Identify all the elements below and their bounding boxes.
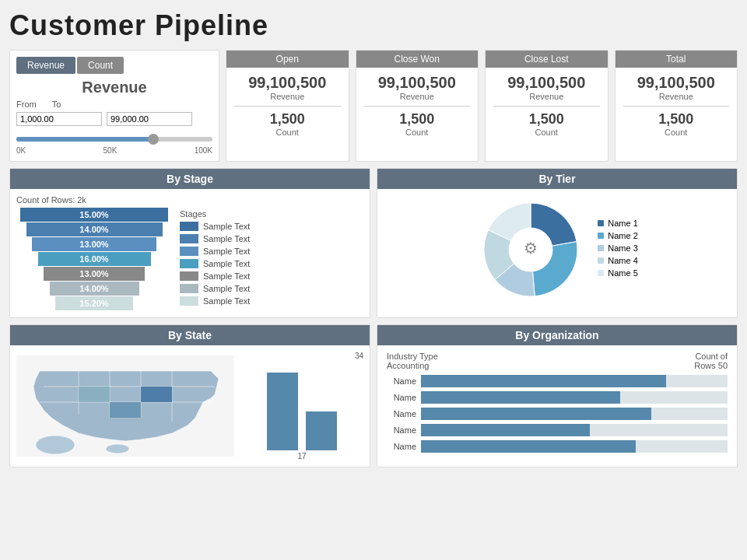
metric-count-label-3: Count: [623, 128, 730, 137]
industry-label: Industry Type: [387, 352, 438, 361]
by-tier-card: By Tier ⚙ Name 1 Name 2 Name 3 Name 4 Na…: [377, 168, 738, 318]
donut-legend-name-1: Name 2: [608, 231, 638, 240]
donut-segment-1: [533, 242, 578, 296]
metric-count-0: 1,500: [234, 111, 341, 128]
bar-top-value: 34: [355, 352, 363, 360]
filter-card: Revenue Count Revenue From To 0K 50K 100…: [9, 50, 219, 162]
legend-item-0: Sample Text: [180, 222, 363, 231]
tab-revenue[interactable]: Revenue: [16, 57, 75, 74]
metric-card-0: Open 99,100,500 Revenue 1,500 Count: [226, 50, 349, 162]
hbar-fill-1: [421, 391, 620, 404]
bot-row: By State: [9, 324, 738, 467]
org-subtitle: Industry Type Accounting Count of Rows 5…: [387, 352, 728, 370]
funnel-count-label: Count of Rows: 2k: [16, 195, 172, 205]
by-state-card: By State: [9, 324, 370, 467]
slider-mid: 50K: [103, 146, 117, 155]
donut-legend: Name 1 Name 2 Name 3 Name 4 Name 5: [598, 219, 638, 281]
donut-legend-item-2: Name 3: [598, 243, 638, 253]
hbar-bg-0: [421, 375, 728, 387]
metric-revenue-1: 99,100,500: [364, 74, 471, 92]
donut-section: ⚙ Name 1 Name 2 Name 3 Name 4 Name 5: [377, 189, 737, 310]
funnel-legend-items: Sample Text Sample Text Sample Text Samp…: [180, 222, 363, 306]
hbar-label-0: Name: [387, 376, 416, 386]
hbar-fill-0: [421, 375, 666, 387]
legend-text-2: Sample Text: [203, 247, 250, 256]
hbar-fill-2: [421, 408, 651, 420]
industry-value: Accounting: [387, 361, 429, 370]
from-input[interactable]: [16, 112, 102, 126]
legend-text-4: Sample Text: [203, 271, 250, 281]
legend-item-5: Sample Text: [180, 284, 363, 293]
org-count: Count of Rows 50: [694, 352, 728, 370]
legend-color-3: [180, 259, 198, 268]
tab-count[interactable]: Count: [77, 57, 124, 74]
metric-cards: Open 99,100,500 Revenue 1,500 Count Clos…: [226, 50, 738, 162]
map-section: 34 17: [10, 345, 370, 467]
range-slider[interactable]: [16, 131, 212, 145]
metric-rev-label-0: Revenue: [234, 92, 341, 101]
metric-revenue-0: 99,100,500: [234, 74, 341, 92]
from-label: From: [16, 100, 37, 109]
metric-header-1: Close Won: [356, 51, 479, 68]
legend-item-3: Sample Text: [180, 259, 363, 268]
metric-revenue-2: 99,100,500: [493, 74, 600, 92]
metric-rev-label-1: Revenue: [364, 92, 471, 101]
legend-item-1: Sample Text: [180, 234, 363, 243]
slider-labels: 0K 50K 100K: [16, 146, 212, 155]
to-input[interactable]: [107, 112, 192, 126]
hbar-bg-2: [421, 408, 728, 420]
legend-text-5: Sample Text: [203, 284, 250, 293]
mid-row: By Stage Count of Rows: 2k 15.00%14.00%1…: [9, 168, 738, 318]
hbar-bg-1: [421, 391, 728, 404]
funnel-bar-3: 16.00%: [38, 252, 151, 266]
by-org-card: By Organization Industry Type Accounting…: [377, 324, 738, 467]
from-to-row: From To: [16, 100, 212, 109]
donut-legend-name-4: Name 5: [608, 268, 638, 278]
donut-legend-item-0: Name 1: [598, 219, 638, 228]
donut-dot-0: [598, 220, 604, 226]
legend-item-6: Sample Text: [180, 296, 363, 306]
slider-max: 100K: [195, 146, 212, 155]
legend-color-2: [180, 247, 198, 256]
metric-rev-label-3: Revenue: [623, 92, 730, 101]
donut-legend-name-3: Name 4: [608, 256, 638, 265]
legend-text-6: Sample Text: [203, 296, 250, 306]
svg-rect-7: [141, 387, 172, 402]
funnel-section: Count of Rows: 2k 15.00%14.00%13.00%16.0…: [16, 195, 363, 311]
filter-title: Revenue: [16, 79, 212, 96]
funnel-wrap: Count of Rows: 2k 15.00%14.00%13.00%16.0…: [16, 195, 172, 311]
hbar-fill-3: [421, 424, 590, 436]
metric-count-1: 1,500: [364, 111, 471, 128]
org-industry: Industry Type Accounting: [387, 352, 438, 370]
tab-bar: Revenue Count: [16, 57, 212, 74]
donut-dot-1: [598, 233, 604, 239]
metric-count-label-0: Count: [234, 128, 341, 137]
hbar-label-2: Name: [387, 409, 416, 418]
hbar-rows: Name Name Name Name Name: [387, 375, 728, 453]
by-tier-header: By Tier: [377, 169, 737, 189]
bar-bot-value: 17: [297, 452, 306, 460]
svg-rect-9: [79, 387, 110, 402]
donut-svg: ⚙: [476, 195, 585, 304]
slider-fill: [16, 137, 153, 142]
svg-point-11: [106, 444, 129, 453]
metric-card-1: Close Won 99,100,500 Revenue 1,500 Count: [356, 50, 479, 162]
hbar-row-3: Name: [387, 424, 728, 436]
legend-color-5: [180, 284, 198, 293]
hbar-row-4: Name: [387, 440, 728, 453]
legend-item-4: Sample Text: [180, 271, 363, 281]
vert-bar-1: [267, 373, 298, 450]
by-stage-header: By Stage: [10, 169, 370, 189]
svg-rect-8: [110, 402, 141, 418]
hbar-row-0: Name: [387, 375, 728, 387]
top-row: Revenue Count Revenue From To 0K 50K 100…: [9, 50, 738, 162]
metric-revenue-3: 99,100,500: [623, 74, 730, 92]
slider-thumb[interactable]: [148, 134, 159, 145]
by-org-header: By Organization: [377, 325, 737, 345]
map-svg: [16, 355, 234, 457]
donut-legend-name-2: Name 3: [608, 243, 638, 253]
page-title: Customer Pipeline: [9, 9, 738, 42]
us-map: [16, 355, 234, 457]
stages-label: Stages: [180, 209, 363, 219]
hbar-row-1: Name: [387, 391, 728, 404]
